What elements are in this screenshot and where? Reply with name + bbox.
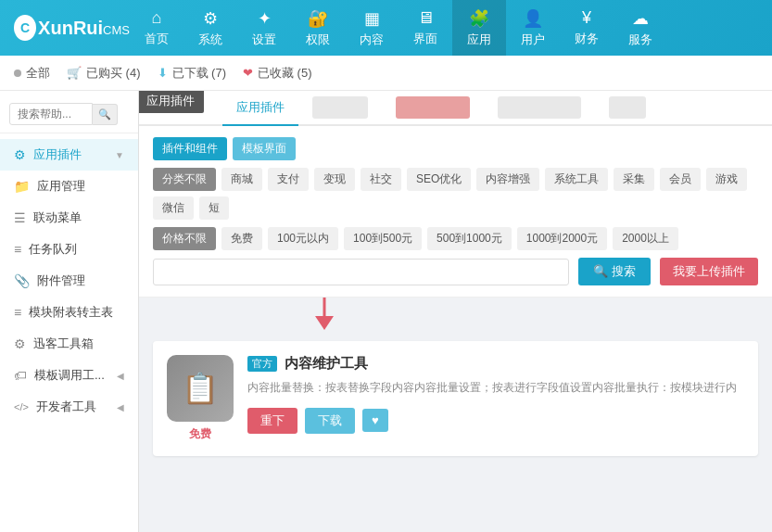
logo[interactable]: C XunRuiCMS: [0, 15, 130, 41]
main-search-input[interactable]: [153, 259, 569, 285]
type-filter-row: 插件和组件 模板界面: [153, 137, 758, 160]
apps-icon: 🧩: [469, 8, 489, 29]
filter-downloaded[interactable]: ⬇ 已下载 (7): [158, 65, 227, 82]
filter-pay[interactable]: 支付: [268, 168, 309, 191]
plugin-desc: 内容批量替换：按表替换字段内容内容批量设置；按表进行字段值设置内容批量执行：按模…: [247, 378, 744, 399]
tab-blurred-3[interactable]: [484, 91, 595, 126]
tab-blurred-2[interactable]: [382, 91, 484, 126]
filter-system-tools[interactable]: 系统工具: [545, 168, 608, 191]
filter-bought[interactable]: 🛒 已购买 (4): [67, 65, 141, 82]
sidebar-item-devtools[interactable]: </> 开发者工具 ◀: [0, 391, 138, 423]
sidebar-plugin-label: 应用插件: [33, 146, 82, 163]
sidebar-item-manage[interactable]: 📁 应用管理: [0, 171, 138, 202]
users-icon: 👤: [523, 8, 543, 29]
plugin-actions: 重下 下载 ♥: [247, 408, 744, 434]
finance-icon: ¥: [582, 8, 591, 28]
sidebar-search-box: 🔍: [0, 95, 138, 133]
filter-wechat[interactable]: 微信: [153, 196, 194, 220]
collect-button[interactable]: ♥: [362, 409, 388, 432]
sidebar-item-template[interactable]: 🏷 模板调用工... ◀: [0, 360, 138, 391]
sidebar-attachment-label: 附件管理: [37, 272, 85, 289]
filter-1000to2000[interactable]: 1000到2000元: [517, 227, 607, 250]
nav-finance[interactable]: ¥ 财务: [560, 0, 614, 56]
tooltip-label: 应用插件: [139, 91, 204, 113]
nav-services[interactable]: ☁ 服务: [614, 0, 667, 56]
auth-icon: 🔐: [308, 8, 328, 29]
filter-bar: 全部 🛒 已购买 (4) ⬇ 已下载 (7) ❤ 已收藏 (5): [0, 56, 772, 91]
home-icon: ⌂: [152, 8, 162, 28]
tab-blurred-1[interactable]: [298, 91, 382, 126]
toolbox-icon: ⚙: [14, 336, 26, 351]
upload-button[interactable]: 我要上传插件: [660, 258, 758, 285]
sidebar-item-plugin[interactable]: ⚙ 应用插件 ▼: [0, 139, 138, 171]
nav-home[interactable]: ⌂ 首页: [130, 0, 184, 56]
filter-above2000[interactable]: 2000以上: [613, 227, 678, 250]
filter-plugin-component[interactable]: 插件和组件: [153, 137, 227, 160]
tab-current-label: 应用插件: [236, 99, 285, 116]
free-badge: 免费: [189, 426, 211, 442]
filter-member[interactable]: 会员: [660, 168, 701, 191]
filter-game[interactable]: 游戏: [706, 168, 747, 191]
filter-all-label: 全部: [26, 65, 50, 82]
filter-short[interactable]: 短: [199, 196, 229, 220]
sidebar-item-queue[interactable]: ≡ 任务队列: [0, 234, 138, 265]
content-area: 应用插件 应用插件 插件和组件 模板界面: [139, 91, 772, 532]
interface-icon: 🖥: [417, 8, 434, 28]
nav-content[interactable]: ▦ 内容: [345, 0, 399, 56]
filter-crawl[interactable]: 采集: [614, 168, 654, 191]
filter-under100[interactable]: 100元以内: [268, 227, 338, 250]
nav-users[interactable]: 👤 用户: [506, 0, 560, 56]
nav-auth-label: 权限: [306, 32, 330, 48]
nav-home-label: 首页: [145, 31, 169, 47]
filter-content-boost[interactable]: 内容增强: [476, 168, 539, 191]
filter-500to1000[interactable]: 500到1000元: [427, 227, 512, 250]
tab-current[interactable]: 应用插件: [222, 91, 298, 126]
filter-all-cat[interactable]: 分类不限: [153, 168, 216, 191]
filter-seo[interactable]: SEO优化: [407, 168, 471, 191]
sidebar-toolbox-label: 迅客工具箱: [33, 336, 94, 352]
manage-icon: 📁: [14, 179, 30, 194]
nav-settings[interactable]: ✦ 设置: [237, 0, 291, 56]
download-button[interactable]: 下载: [305, 408, 355, 434]
nav-interface-label: 界面: [413, 31, 437, 47]
nav-apps[interactable]: 🧩 应用: [452, 0, 506, 56]
content-icon: ▦: [364, 8, 380, 29]
search-button[interactable]: 🔍 搜索: [578, 258, 651, 285]
filter-bought-label: 已购买 (4): [86, 65, 141, 82]
reorder-button[interactable]: 重下: [247, 408, 297, 434]
nav-interface[interactable]: 🖥 界面: [399, 0, 452, 56]
filter-social[interactable]: 社交: [361, 168, 401, 191]
sidebar-item-module[interactable]: ≡ 模块附表转主表: [0, 297, 138, 328]
sidebar-item-attachment[interactable]: 📎 附件管理: [0, 265, 138, 297]
filter-collected[interactable]: ❤ 已收藏 (5): [243, 65, 312, 82]
sidebar-queue-label: 任务队列: [29, 241, 77, 258]
tab-blurred-4[interactable]: [595, 91, 660, 126]
sidebar-devtools-label: 开发者工具: [36, 399, 96, 415]
sidebar-item-toolbox[interactable]: ⚙ 迅客工具箱: [0, 328, 138, 360]
nav-system[interactable]: ⚙ 系统: [184, 0, 237, 56]
filter-shop[interactable]: 商城: [221, 168, 262, 191]
filter-all[interactable]: 全部: [14, 65, 50, 82]
filter-free[interactable]: 免费: [221, 227, 262, 250]
nav-users-label: 用户: [521, 32, 545, 48]
system-icon: ⚙: [203, 8, 218, 29]
filter-template-interface[interactable]: 模板界面: [233, 137, 296, 160]
nav-auth[interactable]: 🔐 权限: [291, 0, 345, 56]
nav-system-label: 系统: [198, 32, 222, 48]
filter-all-price[interactable]: 价格不限: [153, 227, 216, 250]
nav-apps-label: 应用: [467, 32, 491, 48]
filter-downloaded-label: 已下载 (7): [172, 65, 227, 82]
tab-blur-3: [498, 96, 581, 119]
sidebar-section: ⚙ 应用插件 ▼ 📁 应用管理 ☰ 联动菜单 ≡ 任务队列 📎 附件管理 ≡: [0, 133, 138, 428]
logo-icon: C: [14, 15, 36, 41]
nav-services-label: 服务: [628, 32, 652, 48]
search-input[interactable]: [9, 103, 93, 125]
logo-text: XunRuiCMS: [38, 18, 130, 39]
filter-100to500[interactable]: 100到500元: [344, 227, 422, 250]
arrow-section: [139, 298, 772, 330]
filter-earn[interactable]: 变现: [314, 168, 355, 191]
sidebar-search-button[interactable]: 🔍: [93, 104, 118, 125]
arrow-down: [306, 298, 343, 333]
sidebar-item-menu[interactable]: ☰ 联动菜单: [0, 202, 138, 234]
queue-icon: ≡: [14, 242, 21, 257]
